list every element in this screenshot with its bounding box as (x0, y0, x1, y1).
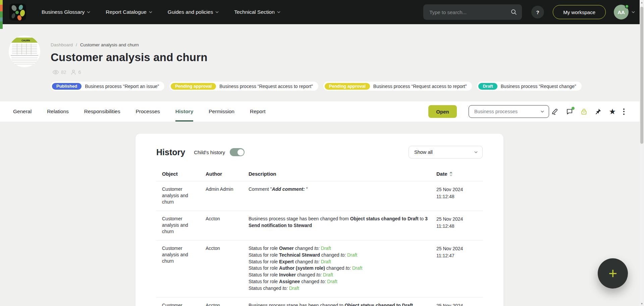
description-segment: Object status changed to Draft (344, 303, 413, 306)
column-header-label: Object (162, 171, 178, 177)
menu-item-label: Guides and policies (168, 9, 213, 15)
history-filter-select[interactable]: Show all (409, 146, 483, 159)
description-line: Status for role Technical Steward change… (249, 252, 428, 259)
scrollbar-thumb[interactable] (640, 7, 643, 144)
user-menu[interactable]: AA (614, 5, 635, 19)
pencil-icon (551, 108, 558, 115)
description-segment: Status for role (249, 272, 279, 277)
description-line: Status changed to: Draft (249, 285, 428, 292)
cell-description: Comment "Add comment: " (243, 181, 431, 211)
menu-item-guides-and-policies[interactable]: Guides and policies (168, 9, 219, 15)
chevron-down-icon (474, 151, 478, 153)
page-title: Customer analysis and churn (51, 51, 208, 64)
views-icon (52, 69, 59, 76)
badge-text: Business process “Request change” (501, 84, 576, 89)
description-segment: Draft (347, 252, 357, 258)
open-button[interactable]: Open (428, 105, 457, 118)
cell-author: Accton (200, 211, 243, 240)
table-row[interactable]: Customer analysis and churnAcctonStatus … (156, 241, 483, 298)
avatar[interactable]: AA (614, 5, 629, 19)
page-scrollbar[interactable]: ▲ ▼ (640, 0, 644, 306)
chevron-down-icon[interactable] (632, 11, 635, 13)
lock-icon (581, 108, 587, 115)
search-input[interactable] (429, 9, 511, 15)
comment-notification-dot (572, 107, 575, 110)
more-options-button[interactable] (623, 108, 625, 115)
tab-processes[interactable]: Processes (136, 101, 160, 122)
description-segment: Draft (289, 286, 299, 291)
description-segment: changed (296, 272, 317, 277)
report-thumbnail[interactable]: CHURN (9, 36, 40, 67)
history-table-body: Customer analysis and churnAdmin AdminCo… (156, 181, 483, 306)
tab-permission[interactable]: Permission (209, 101, 234, 122)
description-segment: Assignee (279, 279, 300, 284)
menu-item-business-glossary[interactable]: Business Glossary (42, 9, 90, 15)
process-badge[interactable]: Pending approvalBusiness process “Reques… (323, 82, 472, 91)
search-icon[interactable] (511, 9, 517, 15)
avatar-initials: AA (618, 9, 625, 15)
tab-responsibilities[interactable]: Responsibilities (84, 101, 120, 122)
scroll-down-arrow[interactable]: ▼ (640, 301, 644, 306)
cell-description: Business process stage has been changed … (243, 298, 431, 306)
column-header-label: Date (436, 171, 447, 177)
cell-object: Customer analysis and churn (156, 211, 200, 240)
tab-general[interactable]: General (13, 101, 32, 122)
help-button[interactable]: ? (531, 6, 544, 18)
tab-report[interactable]: Report (250, 101, 266, 122)
tab-history[interactable]: History (175, 101, 193, 122)
sort-icon[interactable] (449, 172, 452, 176)
column-header-author: Author (200, 169, 243, 181)
scroll-up-arrow[interactable]: ▲ (640, 0, 644, 5)
breadcrumb-separator: / (76, 42, 77, 47)
date-line: 25 Nov 2024 (436, 302, 480, 306)
top-navigation-bar: Business GlossaryReport CatalogueGuides … (0, 0, 640, 24)
description-segment: changed (294, 259, 315, 264)
menu-item-report-catalogue[interactable]: Report Catalogue (106, 9, 152, 15)
table-row[interactable]: Customer analysis and churnAdmin AdminCo… (156, 181, 483, 211)
table-row[interactable]: Customer analysis and churnAcctonBusines… (156, 298, 483, 306)
description-line: Status for role Invoker changed to: Draf… (249, 272, 428, 278)
description-segment: Business process stage has been changed … (249, 303, 344, 306)
process-badge[interactable]: DraftBusiness process “Request change” (477, 82, 581, 91)
favorite-button[interactable]: ★ (609, 108, 616, 116)
history-panel-header: History Child's history Show all (156, 146, 483, 159)
business-processes-select[interactable]: Business processes (469, 105, 549, 118)
add-button[interactable]: + (598, 258, 628, 289)
description-line: Comment "Add comment: " (249, 186, 428, 193)
table-row[interactable]: Customer analysis and churnAcctonBusines… (156, 211, 483, 241)
status-pill: Draft (478, 83, 497, 90)
pin-button[interactable] (595, 108, 601, 115)
tab-relations[interactable]: Relations (47, 101, 69, 122)
kebab-menu-icon (623, 108, 625, 115)
breadcrumb-dashboard-link[interactable]: Dashboard (51, 42, 73, 47)
entity-action-icons: ★ (551, 101, 625, 122)
history-table: ObjectAuthorDescriptionDate Customer ana… (156, 169, 483, 306)
edit-button[interactable] (551, 108, 558, 115)
childs-history-toggle[interactable] (230, 148, 245, 156)
svg-text:CHURN: CHURN (21, 39, 30, 42)
description-segment: Draft (352, 265, 362, 271)
description-segment: Draft (321, 259, 331, 264)
app-logo[interactable] (9, 4, 26, 20)
menu-item-technical-section[interactable]: Technical Section (234, 9, 280, 15)
date-line: 25 Nov 2024 (436, 216, 480, 223)
description-line: Business process stage has been changed … (249, 216, 428, 229)
childs-history-label: Child's history (194, 149, 225, 155)
online-status-dot (625, 4, 629, 8)
date-line: 11:12:48 (436, 193, 480, 200)
global-search[interactable] (423, 4, 522, 20)
column-header-object: Object (156, 169, 200, 181)
description-segment: Status for role (249, 265, 279, 271)
description-segment: to: (316, 272, 323, 277)
history-title: History (156, 147, 185, 157)
lock-button[interactable] (581, 108, 587, 115)
column-header-date[interactable]: Date (431, 169, 483, 181)
description-segment: Owner (279, 246, 294, 251)
process-badge[interactable]: Pending approvalBusiness process “Reques… (169, 82, 318, 91)
comments-button[interactable] (566, 108, 573, 115)
cell-date: 25 Nov 2024 (431, 298, 483, 306)
description-segment: Comment " (249, 186, 272, 192)
description-segment: changed (320, 252, 341, 258)
process-badge[interactable]: PublishedBusiness process “Report an iss… (51, 82, 164, 91)
my-workspace-button[interactable]: My workspace (553, 5, 606, 19)
